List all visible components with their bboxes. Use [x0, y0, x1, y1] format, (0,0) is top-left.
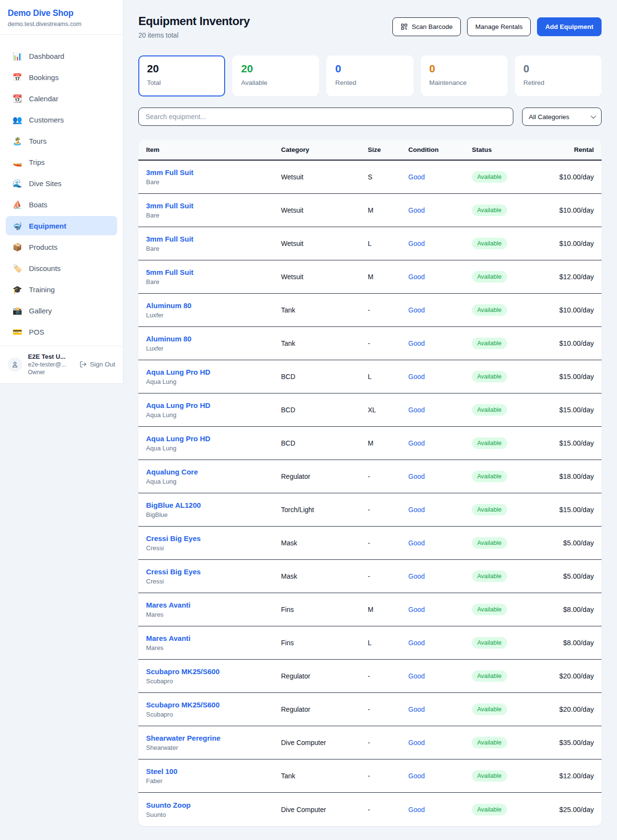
equipment-name-link[interactable]: Cressi Big Eyes	[146, 534, 201, 542]
condition-link[interactable]: Good	[408, 339, 425, 347]
equipment-name-link[interactable]: Aqualung Core	[146, 468, 198, 476]
stat-card-retired[interactable]: 0 Retired	[515, 55, 602, 96]
size-cell: -	[368, 539, 408, 547]
category-select[interactable]: All Categories	[522, 108, 602, 126]
condition-link[interactable]: Good	[408, 406, 425, 414]
condition-link[interactable]: Good	[408, 439, 425, 447]
stat-card-rented[interactable]: 0 Rented	[326, 55, 413, 96]
condition-link[interactable]: Good	[408, 539, 425, 547]
condition-link[interactable]: Good	[408, 772, 425, 780]
condition-cell: Good	[408, 173, 472, 181]
table-row: Steel 100 Faber Tank - Good Available $1…	[138, 759, 602, 793]
sidebar-item-discounts[interactable]: 🏷️ Discounts	[6, 258, 117, 278]
manage-rentals-button[interactable]: Manage Rentals	[467, 17, 531, 36]
add-equipment-button[interactable]: Add Equipment	[537, 17, 602, 36]
condition-link[interactable]: Good	[408, 672, 425, 680]
sidebar-item-customers[interactable]: 👥 Customers	[6, 110, 117, 129]
avatar	[8, 357, 22, 372]
category-cell: Regulator	[281, 705, 368, 713]
sidebar-item-boats[interactable]: ⛵ Boats	[6, 195, 117, 214]
sidebar-item-gallery[interactable]: 📸 Gallery	[6, 301, 117, 320]
sidebar-item-pos[interactable]: 💳 POS	[6, 322, 117, 341]
equipment-name-link[interactable]: 5mm Full Suit	[146, 268, 193, 276]
speedboat-icon: 🚤	[13, 158, 22, 167]
equipment-name-link[interactable]: Mares Avanti	[146, 601, 190, 609]
equipment-name-link[interactable]: Aluminum 80	[146, 335, 191, 343]
condition-link[interactable]: Good	[408, 506, 425, 514]
sidebar-item-trips[interactable]: 🚤 Trips	[6, 152, 117, 172]
sidebar-item-products[interactable]: 📦 Products	[6, 237, 117, 257]
item-cell: Mares Avanti Mares	[146, 634, 281, 651]
condition-link[interactable]: Good	[408, 173, 425, 181]
condition-link[interactable]: Good	[408, 606, 425, 613]
equipment-name-link[interactable]: Scubapro MK25/S600	[146, 701, 220, 709]
add-equipment-label: Add Equipment	[545, 23, 593, 30]
status-cell: Available	[472, 238, 549, 249]
equipment-name-link[interactable]: Mares Avanti	[146, 634, 190, 642]
condition-link[interactable]: Good	[408, 705, 425, 713]
sidebar-item-tours[interactable]: 🏝️ Tours	[6, 131, 117, 150]
column-header: Item	[146, 146, 281, 153]
status-badge: Available	[472, 171, 507, 183]
search-input[interactable]	[138, 108, 513, 126]
equipment-name-link[interactable]: Aqua Lung Pro HD	[146, 368, 210, 376]
condition-cell: Good	[408, 505, 472, 514]
condition-link[interactable]: Good	[408, 240, 425, 247]
equipment-name-link[interactable]: Aluminum 80	[146, 301, 191, 310]
equipment-brand: Bare	[146, 245, 281, 252]
condition-cell: Good	[408, 738, 472, 747]
equipment-name-link[interactable]: Scubapro MK25/S600	[146, 667, 220, 676]
rental-price: $5.00/day	[549, 539, 594, 547]
table-row: Aqua Lung Pro HD Aqua Lung BCD M Good Av…	[138, 427, 602, 460]
equipment-name-link[interactable]: Aqua Lung Pro HD	[146, 434, 210, 443]
category-cell: Wetsuit	[281, 240, 368, 247]
equipment-name-link[interactable]: Suunto Zoop	[146, 801, 190, 809]
sidebar-item-equipment[interactable]: 🤿 Equipment	[6, 216, 117, 235]
sidebar-item-training[interactable]: 🎓 Training	[6, 280, 117, 299]
status-cell: Available	[472, 670, 549, 682]
condition-link[interactable]: Good	[408, 273, 425, 281]
equipment-name-link[interactable]: Aqua Lung Pro HD	[146, 401, 210, 409]
stat-value: 20	[147, 63, 216, 75]
status-badge: Available	[472, 304, 507, 316]
size-cell: S	[368, 173, 408, 181]
equipment-name-link[interactable]: 3mm Full Suit	[146, 235, 193, 243]
sidebar-item-calendar[interactable]: 📆 Calendar	[6, 89, 117, 108]
sign-out-button[interactable]: Sign Out	[80, 361, 115, 368]
item-cell: Scubapro MK25/S600 Scubapro	[146, 667, 281, 685]
size-cell: M	[368, 273, 408, 281]
condition-link[interactable]: Good	[408, 572, 425, 580]
equipment-name-link[interactable]: Cressi Big Eyes	[146, 568, 201, 576]
size-cell: M	[368, 606, 408, 613]
equipment-name-link[interactable]: Shearwater Peregrine	[146, 734, 220, 742]
table-row: Cressi Big Eyes Cressi Mask - Good Avail…	[138, 527, 602, 560]
status-cell: Available	[472, 504, 549, 515]
equipment-name-link[interactable]: 3mm Full Suit	[146, 168, 193, 176]
condition-link[interactable]: Good	[408, 639, 425, 647]
condition-link[interactable]: Good	[408, 373, 425, 380]
condition-link[interactable]: Good	[408, 806, 425, 813]
condition-link[interactable]: Good	[408, 306, 425, 314]
logout-icon	[80, 361, 87, 368]
equipment-name-link[interactable]: 3mm Full Suit	[146, 202, 193, 210]
stat-card-total[interactable]: 20 Total	[138, 55, 225, 96]
category-cell: Wetsuit	[281, 173, 368, 181]
sidebar-item-dive-sites[interactable]: 🌊 Dive Sites	[6, 174, 117, 193]
stat-card-available[interactable]: 20 Available	[232, 55, 319, 96]
stat-value: 0	[335, 63, 404, 75]
sidebar-item-dashboard[interactable]: 📊 Dashboard	[6, 46, 117, 66]
scan-barcode-button[interactable]: Scan Barcode	[392, 17, 461, 36]
size-cell: -	[368, 473, 408, 480]
equipment-name-link[interactable]: Steel 100	[146, 767, 177, 775]
condition-link[interactable]: Good	[408, 206, 425, 214]
condition-link[interactable]: Good	[408, 473, 425, 480]
category-cell: Dive Computer	[281, 806, 368, 813]
sidebar-item-bookings[interactable]: 📅 Bookings	[6, 68, 117, 87]
rental-price: $15.00/day	[549, 439, 594, 447]
sidebar-nav: 📊 Dashboard 📅 Bookings 📆 Calendar 👥 Cust…	[0, 35, 123, 343]
equipment-name-link[interactable]: BigBlue AL1200	[146, 501, 201, 509]
condition-cell: Good	[408, 339, 472, 348]
camera-icon: 📸	[13, 306, 22, 315]
stat-card-maintenance[interactable]: 0 Maintenance	[421, 55, 508, 96]
condition-link[interactable]: Good	[408, 739, 425, 746]
